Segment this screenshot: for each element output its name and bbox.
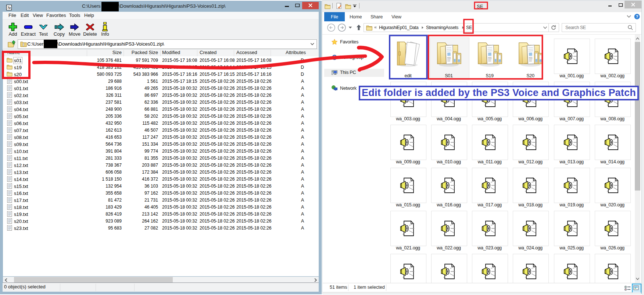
svg-text:7z: 7z	[7, 6, 11, 10]
svg-text:?: ?	[636, 14, 638, 19]
